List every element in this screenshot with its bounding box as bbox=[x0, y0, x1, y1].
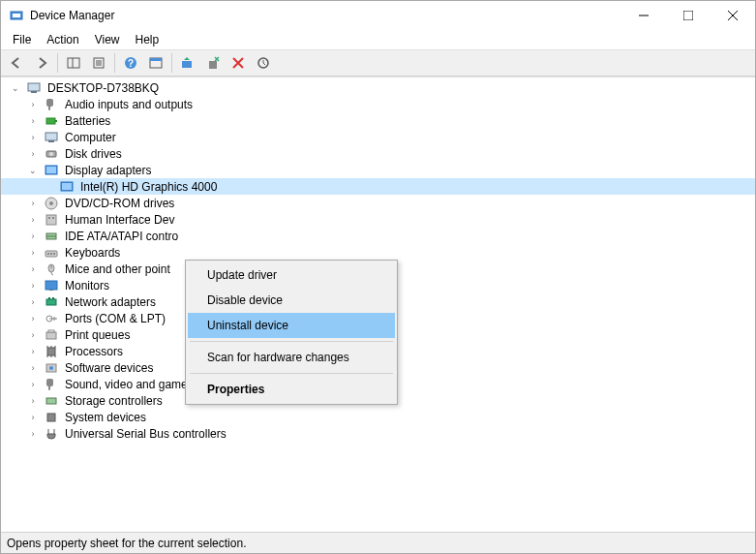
expand-icon[interactable]: › bbox=[26, 394, 40, 408]
context-menu-item[interactable]: Disable device bbox=[188, 288, 395, 313]
tree-root[interactable]: ⌄ DESKTOP-D738BKQ bbox=[1, 79, 755, 96]
tree-category[interactable]: ›Computer bbox=[1, 129, 755, 145]
menu-file[interactable]: File bbox=[5, 31, 39, 48]
show-hide-console-button[interactable] bbox=[62, 51, 85, 75]
tree-device[interactable]: Intel(R) HD Graphics 4000 bbox=[1, 178, 755, 195]
svg-rect-51 bbox=[48, 330, 54, 332]
maximize-button[interactable] bbox=[666, 1, 711, 30]
expand-icon[interactable]: › bbox=[26, 295, 40, 309]
expand-icon[interactable]: › bbox=[26, 98, 40, 111]
tree-category[interactable]: ›Disk drives bbox=[1, 145, 755, 162]
tree-category[interactable]: ⌄Display adapters bbox=[1, 162, 755, 178]
expand-icon[interactable]: › bbox=[26, 131, 40, 144]
expand-icon[interactable]: › bbox=[26, 279, 40, 292]
expand-icon[interactable]: › bbox=[26, 328, 40, 342]
tree-category-label: DVD/CD-ROM drives bbox=[63, 197, 176, 210]
svg-point-32 bbox=[49, 201, 53, 205]
expand-icon[interactable]: › bbox=[26, 246, 40, 260]
category-icon bbox=[44, 327, 59, 343]
svg-rect-17 bbox=[209, 61, 217, 69]
category-icon bbox=[44, 113, 59, 129]
expand-icon[interactable]: › bbox=[26, 361, 40, 375]
category-icon bbox=[44, 360, 59, 376]
svg-rect-28 bbox=[46, 167, 56, 173]
expand-icon[interactable]: › bbox=[26, 262, 40, 276]
context-menu-item[interactable]: Update driver bbox=[188, 262, 395, 288]
scan-hardware-button[interactable] bbox=[252, 51, 275, 75]
expand-icon[interactable]: › bbox=[26, 411, 40, 424]
tree-category-label: Keyboards bbox=[63, 246, 122, 260]
expand-icon[interactable]: › bbox=[26, 213, 40, 227]
expand-icon[interactable]: › bbox=[26, 230, 40, 243]
expand-icon[interactable]: › bbox=[26, 312, 40, 325]
tree-category-label: System devices bbox=[63, 411, 148, 424]
tree-category[interactable]: ›IDE ATA/ATAPI contro bbox=[1, 228, 755, 244]
tree-category-label: Software devices bbox=[63, 361, 155, 375]
update-driver-button[interactable] bbox=[176, 51, 199, 75]
svg-rect-52 bbox=[47, 348, 55, 355]
help-button[interactable]: ? bbox=[119, 51, 142, 75]
category-icon bbox=[44, 278, 59, 293]
tree-category[interactable]: ›Universal Serial Bus controllers bbox=[1, 425, 755, 442]
context-menu-item[interactable]: Properties bbox=[188, 377, 395, 402]
svg-rect-30 bbox=[62, 183, 72, 190]
expand-icon[interactable]: › bbox=[26, 378, 40, 391]
tree-category[interactable]: ›Batteries bbox=[1, 112, 755, 129]
disable-button[interactable] bbox=[227, 51, 250, 75]
tree-category-label: Mice and other point bbox=[63, 262, 172, 276]
tree-category[interactable]: ›Audio inputs and outputs bbox=[1, 96, 755, 112]
toolbar-separator bbox=[171, 53, 172, 73]
svg-rect-15 bbox=[150, 58, 162, 61]
expand-icon[interactable]: › bbox=[26, 427, 40, 441]
expand-icon[interactable]: › bbox=[26, 114, 40, 128]
action-button[interactable] bbox=[144, 51, 167, 75]
tree-category-label: Processors bbox=[63, 345, 125, 358]
menu-action[interactable]: Action bbox=[39, 31, 86, 48]
tree-device-label: Intel(R) HD Graphics 4000 bbox=[78, 180, 219, 194]
back-button[interactable] bbox=[5, 51, 28, 75]
svg-rect-44 bbox=[45, 281, 57, 290]
context-menu: Update driverDisable deviceUninstall dev… bbox=[185, 260, 398, 405]
tree-category-label: Storage controllers bbox=[63, 394, 165, 408]
tree-category[interactable]: ›Human Interface Dev bbox=[1, 211, 755, 228]
svg-rect-1 bbox=[13, 14, 20, 17]
svg-rect-3 bbox=[683, 11, 693, 20]
svg-rect-24 bbox=[48, 140, 54, 142]
context-menu-item[interactable]: Scan for hardware changes bbox=[188, 345, 395, 370]
svg-rect-33 bbox=[46, 215, 56, 225]
expand-icon[interactable]: › bbox=[26, 147, 40, 161]
svg-rect-16 bbox=[182, 61, 192, 68]
tree-category-label: Monitors bbox=[63, 279, 111, 292]
toolbar-separator bbox=[114, 53, 115, 73]
device-tree[interactable]: ⌄ DESKTOP-D738BKQ ›Audio inputs and outp… bbox=[1, 77, 755, 532]
context-menu-separator bbox=[190, 341, 393, 342]
tree-category-label: Network adapters bbox=[63, 295, 158, 309]
computer-icon bbox=[26, 80, 42, 96]
close-button[interactable] bbox=[711, 1, 755, 30]
collapse-icon[interactable]: ⌄ bbox=[9, 81, 22, 95]
tree-category[interactable]: ›System devices bbox=[1, 409, 755, 425]
tree-category-label: Print queues bbox=[63, 328, 132, 342]
expand-icon[interactable]: › bbox=[26, 197, 40, 210]
expand-icon[interactable]: › bbox=[26, 345, 40, 358]
menu-view[interactable]: View bbox=[87, 31, 128, 48]
properties-button[interactable] bbox=[87, 51, 110, 75]
tree-category-label: Human Interface Dev bbox=[63, 213, 176, 227]
svg-rect-50 bbox=[46, 332, 56, 339]
tree-category[interactable]: ›Keyboards bbox=[1, 244, 755, 261]
menubar: File Action View Help bbox=[1, 30, 755, 49]
collapse-icon[interactable]: ⌄ bbox=[26, 164, 40, 177]
svg-rect-35 bbox=[52, 217, 54, 219]
category-icon bbox=[44, 311, 59, 326]
forward-button[interactable] bbox=[30, 51, 53, 75]
menu-help[interactable]: Help bbox=[128, 31, 167, 48]
uninstall-button[interactable] bbox=[201, 51, 225, 75]
device-manager-icon bbox=[9, 8, 24, 23]
tree-category-label: Universal Serial Bus controllers bbox=[63, 427, 228, 441]
tree-category[interactable]: ›DVD/CD-ROM drives bbox=[1, 195, 755, 211]
context-menu-item[interactable]: Uninstall device bbox=[188, 313, 395, 338]
minimize-button[interactable] bbox=[621, 1, 666, 30]
category-icon bbox=[44, 426, 59, 442]
category-icon bbox=[44, 196, 59, 211]
svg-text:?: ? bbox=[128, 58, 134, 69]
